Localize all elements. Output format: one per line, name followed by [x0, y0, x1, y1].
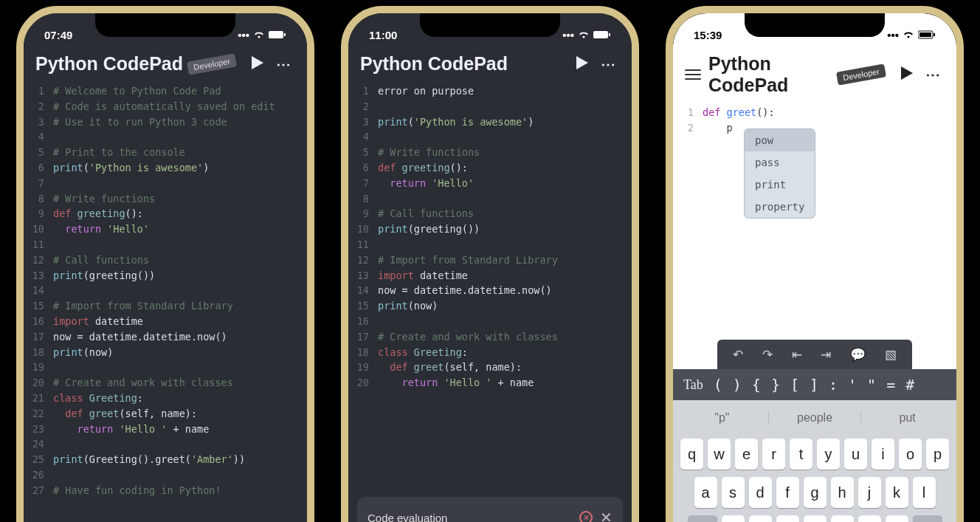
status-time: 15:39 [694, 29, 722, 41]
line-number: 8 [24, 191, 53, 207]
more-button[interactable]: ⋯ [598, 55, 620, 73]
letter-key[interactable]: i [872, 439, 894, 470]
svg-rect-0 [269, 31, 283, 38]
letter-key[interactable]: e [735, 439, 758, 470]
toolbar-button[interactable]: ⇥ [821, 347, 831, 363]
code-line: 17# Create and work with classes [348, 329, 626, 345]
line-number: 1 [673, 105, 703, 120]
symbol-key[interactable]: ' [848, 376, 857, 394]
code-line: 1# Welcome to Python Code Pad [24, 83, 301, 99]
letter-key[interactable]: z [722, 515, 745, 522]
symbol-toolbar: Tab ( ) { } [ ] : ' " = # [673, 369, 956, 400]
code-line: 10 return 'Hello' [24, 221, 301, 237]
symbol-key[interactable]: { [752, 376, 761, 394]
symbol-key[interactable]: ] [810, 376, 818, 394]
letter-key[interactable]: j [858, 477, 881, 508]
letter-key[interactable]: d [749, 477, 772, 508]
letter-key[interactable]: f [776, 477, 799, 508]
letter-key[interactable]: u [844, 439, 867, 470]
code-line: 2 [348, 99, 626, 114]
letter-key[interactable]: t [790, 439, 812, 470]
autocomplete-popup[interactable]: powpassprintproperty [744, 128, 815, 219]
line-number: 1 [24, 83, 53, 99]
code-editor[interactable]: 1# Welcome to Python Code Pad2# Code is … [24, 83, 307, 504]
line-number: 12 [24, 253, 53, 268]
symbol-key[interactable]: " [867, 376, 876, 394]
code-line: 18print(now) [24, 345, 301, 360]
symbol-key[interactable]: } [771, 376, 780, 394]
more-button[interactable]: ⋯ [922, 66, 945, 83]
symbol-key[interactable]: ( [714, 376, 722, 394]
app-title: Python CodePad [708, 53, 837, 96]
letter-key[interactable]: b [831, 515, 854, 522]
letter-key[interactable]: w [708, 439, 731, 470]
letter-key[interactable]: s [722, 477, 745, 508]
letter-key[interactable]: h [831, 477, 854, 508]
tab-key[interactable]: Tab [683, 377, 703, 393]
suggestion[interactable]: people [769, 411, 862, 425]
code-line: 6print('Python is awesome') [24, 160, 301, 176]
keyboard-row: qwertyuiop [676, 439, 953, 470]
letter-key[interactable]: n [858, 515, 881, 522]
line-number: 11 [348, 237, 378, 253]
letter-key[interactable]: y [817, 439, 840, 470]
letter-key[interactable]: q [680, 439, 703, 470]
letter-key[interactable]: r [762, 439, 785, 470]
toolbar-button[interactable]: ⇤ [792, 347, 802, 363]
suggestion[interactable]: "p" [676, 411, 769, 425]
autocomplete-item[interactable]: pow [745, 129, 815, 151]
menu-button[interactable] [685, 69, 701, 80]
backspace-key[interactable]: ⌫ [913, 515, 942, 522]
code-line: 14 [24, 283, 301, 298]
code-line: 11 [24, 237, 301, 253]
line-number: 2 [348, 99, 378, 114]
line-number: 20 [24, 375, 53, 391]
symbol-key[interactable]: : [829, 376, 838, 394]
letter-key[interactable]: x [749, 515, 772, 522]
letter-key[interactable]: o [899, 439, 922, 470]
line-number: 23 [24, 422, 53, 437]
run-button[interactable] [897, 64, 915, 85]
code-line: 14now = datetime.datetime.now() [348, 283, 626, 298]
code-line: 7 [24, 176, 301, 191]
letter-key[interactable]: a [694, 477, 717, 508]
letter-key[interactable]: k [886, 477, 908, 508]
symbol-key[interactable]: ) [733, 376, 742, 394]
shift-key[interactable]: ⇧ [688, 515, 717, 522]
autocomplete-item[interactable]: property [745, 196, 815, 218]
line-number: 7 [24, 176, 53, 191]
suggestion[interactable]: put [861, 411, 953, 425]
toolbar-button[interactable]: 💬 [850, 347, 866, 363]
code-editor[interactable]: 1error on purpose23print('Python is awes… [348, 83, 632, 396]
code-line: 7 return 'Hello' [348, 176, 626, 191]
autocomplete-item[interactable]: print [745, 174, 815, 196]
error-icon: ✕ [579, 511, 593, 522]
letter-key[interactable]: c [776, 515, 799, 522]
letter-key[interactable]: m [886, 515, 908, 522]
symbol-key[interactable]: # [905, 376, 914, 394]
toolbar-button[interactable]: ↶ [733, 347, 743, 363]
run-button[interactable] [248, 54, 266, 75]
letter-key[interactable]: p [926, 439, 949, 470]
run-button[interactable] [573, 54, 590, 75]
line-number: 13 [24, 268, 53, 284]
code-line: 6def greeting(): [348, 160, 626, 176]
symbol-key[interactable]: = [886, 376, 895, 394]
toolbar-button[interactable]: ↷ [762, 347, 773, 363]
symbol-key[interactable]: [ [790, 376, 799, 394]
close-button[interactable]: ✕ [600, 509, 612, 522]
signal-icon: ••• [887, 29, 899, 41]
line-number: 9 [348, 206, 378, 221]
toolbar-button[interactable]: ▧ [885, 347, 897, 363]
code-line: 4 [24, 129, 301, 145]
letter-key[interactable]: g [804, 477, 827, 508]
developer-badge: Developer [187, 53, 237, 75]
code-line: 11 [348, 237, 626, 253]
letter-key[interactable]: v [804, 515, 827, 522]
line-number: 24 [24, 436, 53, 452]
line-number: 15 [348, 298, 378, 314]
letter-key[interactable]: l [913, 477, 936, 508]
more-button[interactable]: ⋯ [273, 55, 295, 73]
autocomplete-item[interactable]: pass [745, 151, 815, 174]
line-number: 7 [348, 176, 378, 191]
